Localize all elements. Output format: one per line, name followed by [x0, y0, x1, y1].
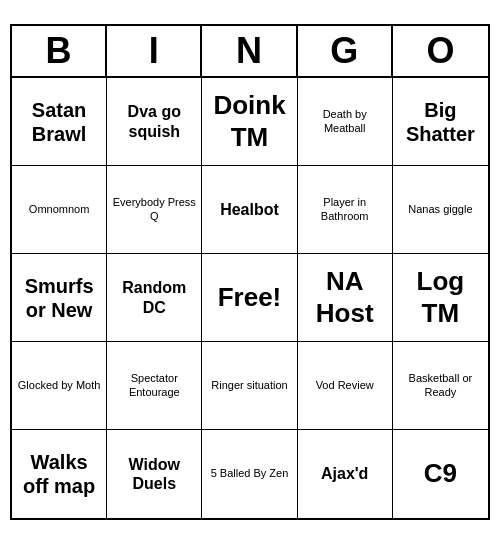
cell-text: Omnomnom — [29, 203, 90, 216]
bingo-cell: Log TM — [393, 254, 488, 342]
cell-text: Vod Review — [316, 379, 374, 392]
bingo-cell: Widow Duels — [107, 430, 202, 518]
cell-text: Doink TM — [206, 90, 292, 152]
bingo-cell: Dva go squish — [107, 78, 202, 166]
bingo-cell: Ajax'd — [298, 430, 393, 518]
bingo-cell: Everybody Press Q — [107, 166, 202, 254]
bingo-grid: Satan BrawlDva go squishDoink TMDeath by… — [12, 78, 488, 518]
cell-text: Dva go squish — [111, 102, 197, 140]
bingo-cell: Random DC — [107, 254, 202, 342]
bingo-header: BINGO — [12, 26, 488, 78]
cell-text: Walks off map — [16, 450, 102, 498]
cell-text: Ajax'd — [321, 464, 368, 483]
header-letter: N — [202, 26, 297, 76]
bingo-cell: Healbot — [202, 166, 297, 254]
cell-text: Random DC — [111, 278, 197, 316]
cell-text: Satan Brawl — [16, 98, 102, 146]
bingo-cell: NA Host — [298, 254, 393, 342]
cell-text: C9 — [424, 458, 457, 489]
cell-text: Basketball or Ready — [397, 372, 484, 398]
bingo-cell: Vod Review — [298, 342, 393, 430]
bingo-cell: Player in Bathroom — [298, 166, 393, 254]
bingo-cell: Doink TM — [202, 78, 297, 166]
cell-text: Ringer situation — [211, 379, 287, 392]
cell-text: Spectator Entourage — [111, 372, 197, 398]
cell-text: NA Host — [302, 266, 388, 328]
bingo-cell: 5 Balled By Zen — [202, 430, 297, 518]
cell-text: Everybody Press Q — [111, 196, 197, 222]
header-letter: O — [393, 26, 488, 76]
cell-text: Big Shatter — [397, 98, 484, 146]
cell-text: Log TM — [397, 266, 484, 328]
bingo-cell: Big Shatter — [393, 78, 488, 166]
bingo-cell: Satan Brawl — [12, 78, 107, 166]
cell-text: Death by Meatball — [302, 108, 388, 134]
cell-text: Player in Bathroom — [302, 196, 388, 222]
cell-text: Healbot — [220, 200, 279, 219]
bingo-cell: Nanas giggle — [393, 166, 488, 254]
header-letter: G — [298, 26, 393, 76]
bingo-cell: Death by Meatball — [298, 78, 393, 166]
bingo-card: BINGO Satan BrawlDva go squishDoink TMDe… — [10, 24, 490, 520]
cell-text: 5 Balled By Zen — [211, 467, 289, 480]
bingo-cell: Basketball or Ready — [393, 342, 488, 430]
cell-text: Nanas giggle — [408, 203, 472, 216]
cell-text: Smurfs or New — [16, 274, 102, 322]
bingo-cell: Free! — [202, 254, 297, 342]
bingo-cell: Glocked by Moth — [12, 342, 107, 430]
bingo-cell: Ringer situation — [202, 342, 297, 430]
bingo-cell: Walks off map — [12, 430, 107, 518]
bingo-cell: Smurfs or New — [12, 254, 107, 342]
cell-text: Glocked by Moth — [18, 379, 101, 392]
bingo-cell: Omnomnom — [12, 166, 107, 254]
bingo-cell: Spectator Entourage — [107, 342, 202, 430]
cell-text: Free! — [218, 282, 282, 313]
header-letter: B — [12, 26, 107, 76]
bingo-cell: C9 — [393, 430, 488, 518]
header-letter: I — [107, 26, 202, 76]
cell-text: Widow Duels — [111, 455, 197, 493]
